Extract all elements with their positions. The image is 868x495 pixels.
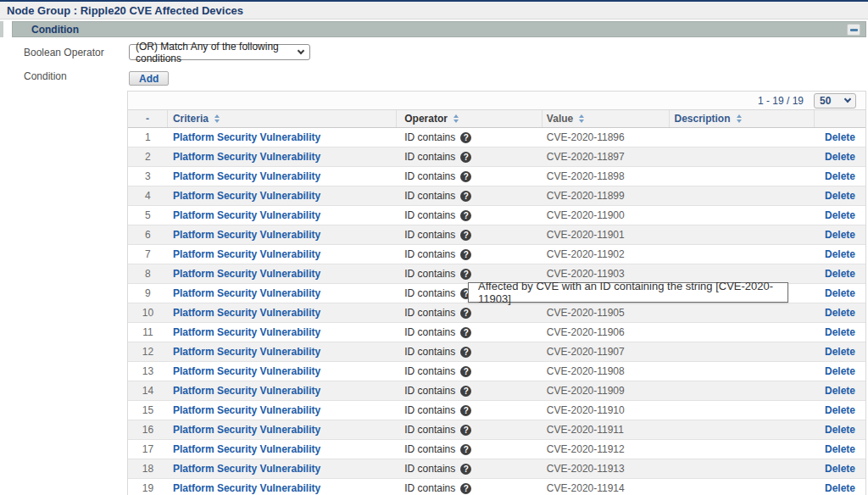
table-row: 7Platform Security VulnerabilityID conta… <box>128 245 865 264</box>
condition-label: Condition <box>24 70 67 82</box>
operator-cell: ID contains <box>397 225 542 244</box>
column-header-value[interactable]: Value <box>542 110 670 127</box>
value-cell: CVE-2020-11909 <box>542 381 670 400</box>
delete-link[interactable]: Delete <box>825 404 855 416</box>
operator-cell: ID contains <box>397 323 542 342</box>
delete-link[interactable]: Delete <box>825 463 855 475</box>
table-row: 1Platform Security VulnerabilityID conta… <box>128 128 865 147</box>
operator-label: ID contains <box>404 151 455 163</box>
criteria-link[interactable]: Platform Security Vulnerability <box>173 346 320 358</box>
delete-link[interactable]: Delete <box>825 190 855 202</box>
delete-link[interactable]: Delete <box>825 287 855 299</box>
help-icon[interactable] <box>460 425 471 436</box>
operator-cell: ID contains <box>397 401 542 420</box>
delete-link[interactable]: Delete <box>825 482 855 494</box>
help-icon[interactable] <box>460 191 471 202</box>
description-cell <box>670 381 815 400</box>
actions-cell: Delete <box>815 440 865 459</box>
description-cell <box>670 225 815 244</box>
help-icon[interactable] <box>460 327 471 338</box>
row-number: 2 <box>128 147 168 166</box>
section-title: Condition <box>31 24 79 36</box>
criteria-link[interactable]: Platform Security Vulnerability <box>173 365 320 377</box>
row-number: 13 <box>128 362 168 381</box>
help-icon[interactable] <box>460 132 471 143</box>
criteria-link[interactable]: Platform Security Vulnerability <box>173 268 320 280</box>
criteria-cell: Platform Security Vulnerability <box>168 420 397 439</box>
row-number: 16 <box>128 420 168 439</box>
sort-icon[interactable] <box>214 114 220 123</box>
delete-link[interactable]: Delete <box>825 131 855 143</box>
criteria-link[interactable]: Platform Security Vulnerability <box>173 404 320 416</box>
criteria-link[interactable]: Platform Security Vulnerability <box>173 424 320 436</box>
criteria-link[interactable]: Platform Security Vulnerability <box>173 229 320 241</box>
column-header-criteria[interactable]: Criteria <box>168 110 397 127</box>
delete-link[interactable]: Delete <box>825 365 855 377</box>
value-cell: CVE-2020-11914 <box>542 479 670 495</box>
add-button[interactable]: Add <box>129 71 169 86</box>
criteria-link[interactable]: Platform Security Vulnerability <box>173 463 320 475</box>
page-size-select[interactable]: 50 <box>814 93 856 108</box>
operator-cell: ID contains <box>397 245 542 264</box>
help-icon[interactable] <box>460 405 471 416</box>
criteria-link[interactable]: Platform Security Vulnerability <box>173 131 320 143</box>
criteria-link[interactable]: Platform Security Vulnerability <box>173 326 320 338</box>
column-header-description[interactable]: Description <box>670 110 815 127</box>
criteria-link[interactable]: Platform Security Vulnerability <box>173 209 320 221</box>
delete-link[interactable]: Delete <box>825 307 855 319</box>
help-icon[interactable] <box>460 347 471 358</box>
delete-link[interactable]: Delete <box>825 443 855 455</box>
help-icon[interactable] <box>460 483 471 494</box>
criteria-link[interactable]: Platform Security Vulnerability <box>173 385 320 397</box>
help-icon[interactable] <box>460 152 471 163</box>
help-icon[interactable] <box>460 386 471 397</box>
help-icon[interactable] <box>460 210 471 221</box>
table-row: 17Platform Security VulnerabilityID cont… <box>128 440 865 459</box>
delete-link[interactable]: Delete <box>825 385 855 397</box>
operator-label: ID contains <box>404 170 455 182</box>
criteria-link[interactable]: Platform Security Vulnerability <box>173 287 320 299</box>
delete-link[interactable]: Delete <box>825 170 855 182</box>
criteria-link[interactable]: Platform Security Vulnerability <box>173 307 320 319</box>
description-cell <box>670 459 815 478</box>
delete-link[interactable]: Delete <box>825 424 855 436</box>
criteria-link[interactable]: Platform Security Vulnerability <box>173 482 320 494</box>
delete-link[interactable]: Delete <box>825 346 855 358</box>
sort-icon[interactable] <box>737 114 742 123</box>
sort-icon[interactable] <box>579 114 584 123</box>
criteria-link[interactable]: Platform Security Vulnerability <box>173 443 320 455</box>
collapse-button[interactable] <box>847 24 860 36</box>
criteria-link[interactable]: Platform Security Vulnerability <box>173 170 320 182</box>
criteria-link[interactable]: Platform Security Vulnerability <box>173 190 320 202</box>
table-row: 18Platform Security VulnerabilityID cont… <box>128 459 865 479</box>
delete-link[interactable]: Delete <box>825 209 855 221</box>
help-icon[interactable] <box>460 171 471 182</box>
actions-cell: Delete <box>815 401 865 420</box>
row-number: 4 <box>128 186 168 205</box>
criteria-cell: Platform Security Vulnerability <box>168 440 397 459</box>
delete-link[interactable]: Delete <box>825 268 855 280</box>
operator-cell: ID contains <box>397 342 542 361</box>
criteria-link[interactable]: Platform Security Vulnerability <box>173 248 320 260</box>
help-icon[interactable] <box>460 308 471 319</box>
help-icon[interactable] <box>460 464 471 475</box>
help-icon[interactable] <box>460 269 471 280</box>
delete-link[interactable]: Delete <box>825 229 855 241</box>
delete-link[interactable]: Delete <box>825 151 855 163</box>
boolean-operator-select[interactable]: (OR) Match Any of the following conditio… <box>129 44 310 60</box>
help-icon[interactable] <box>460 249 471 260</box>
criteria-link[interactable]: Platform Security Vulnerability <box>173 151 320 163</box>
minus-icon <box>850 29 858 31</box>
delete-link[interactable]: Delete <box>825 326 855 338</box>
description-cell <box>670 323 815 342</box>
help-icon[interactable] <box>460 444 471 455</box>
help-icon[interactable] <box>460 366 471 377</box>
sort-icon[interactable] <box>453 114 459 123</box>
delete-link[interactable]: Delete <box>825 248 855 260</box>
column-header-operator[interactable]: Operator <box>397 110 542 127</box>
row-number: 3 <box>128 167 168 186</box>
description-cell <box>670 479 815 495</box>
value-cell: CVE-2020-11907 <box>542 342 670 361</box>
row-number: 5 <box>128 206 168 225</box>
help-icon[interactable] <box>460 230 471 241</box>
